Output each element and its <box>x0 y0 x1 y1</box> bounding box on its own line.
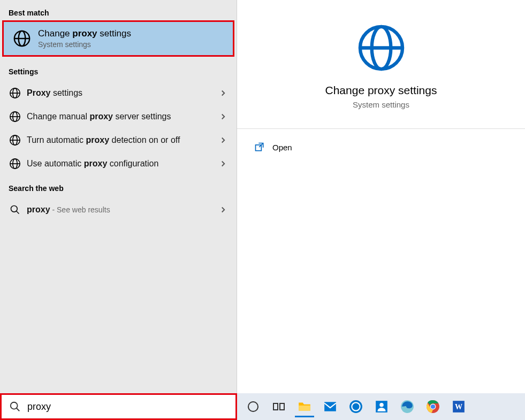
best-match-title: Change proxy settings <box>38 28 131 39</box>
settings-result-label: Use automatic proxy configuration <box>27 158 218 170</box>
svg-point-33 <box>379 403 384 407</box>
divider <box>237 128 525 129</box>
settings-result-label: Proxy settings <box>27 88 218 99</box>
globe-icon <box>356 22 407 73</box>
preview-panel: Change proxy settings System settings Op… <box>237 0 525 393</box>
best-match-subtitle: System settings <box>38 40 131 49</box>
dell-icon[interactable] <box>344 396 368 417</box>
search-icon <box>9 203 21 216</box>
svg-line-16 <box>17 211 19 214</box>
web-header: Search the web <box>0 175 237 198</box>
settings-header: Settings <box>0 59 237 81</box>
chevron-right-icon <box>218 88 228 98</box>
chevron-right-icon <box>218 159 228 169</box>
svg-point-31 <box>353 403 360 410</box>
svg-rect-27 <box>299 406 310 411</box>
svg-point-22 <box>11 402 18 409</box>
globe-icon <box>9 87 21 100</box>
settings-result[interactable]: Proxy settings <box>0 81 237 105</box>
svg-point-15 <box>11 206 18 212</box>
search-icon <box>9 401 21 413</box>
svg-point-37 <box>431 404 435 409</box>
preview-subtitle: System settings <box>353 100 409 109</box>
open-label: Open <box>272 143 292 152</box>
chevron-right-icon <box>218 205 228 215</box>
svg-rect-26 <box>280 403 284 410</box>
settings-result[interactable]: Change manual proxy server settings <box>0 105 237 128</box>
settings-result[interactable]: Turn automatic proxy detection on or off <box>0 128 237 152</box>
svg-rect-28 <box>324 402 336 411</box>
globe-icon <box>9 157 21 170</box>
results-panel: Best match Change proxy settings System … <box>0 0 237 393</box>
preview-title: Change proxy settings <box>325 84 437 97</box>
file-explorer-icon[interactable] <box>293 396 316 417</box>
chevron-right-icon <box>218 135 228 145</box>
open-action[interactable]: Open <box>237 135 525 159</box>
settings-result-label: Change manual proxy server settings <box>27 111 218 123</box>
chrome-icon[interactable] <box>421 396 445 417</box>
svg-point-24 <box>248 402 258 411</box>
globe-icon <box>9 134 21 147</box>
best-match-header: Best match <box>0 4 237 20</box>
settings-result[interactable]: Use automatic proxy configuration <box>0 152 237 175</box>
word-icon[interactable]: W <box>447 396 470 417</box>
contacts-icon[interactable] <box>370 396 393 417</box>
edge-icon[interactable] <box>395 396 419 417</box>
globe-icon <box>9 110 21 123</box>
search-input[interactable] <box>27 401 228 413</box>
web-result-label: proxy - See web results <box>27 204 218 216</box>
task-view-icon[interactable] <box>267 396 291 417</box>
svg-line-23 <box>17 408 20 411</box>
svg-text:W: W <box>455 402 462 411</box>
search-bar[interactable] <box>0 393 237 420</box>
cortana-icon[interactable] <box>241 396 265 417</box>
web-result[interactable]: proxy - See web results <box>0 198 237 222</box>
best-match-result[interactable]: Change proxy settings System settings <box>2 20 234 57</box>
open-icon <box>254 142 265 152</box>
mail-icon[interactable] <box>318 396 342 417</box>
globe-icon <box>12 29 32 48</box>
svg-rect-25 <box>273 403 278 410</box>
taskbar: W <box>237 393 525 420</box>
chevron-right-icon <box>218 112 228 121</box>
settings-result-label: Turn automatic proxy detection on or off <box>27 135 218 146</box>
